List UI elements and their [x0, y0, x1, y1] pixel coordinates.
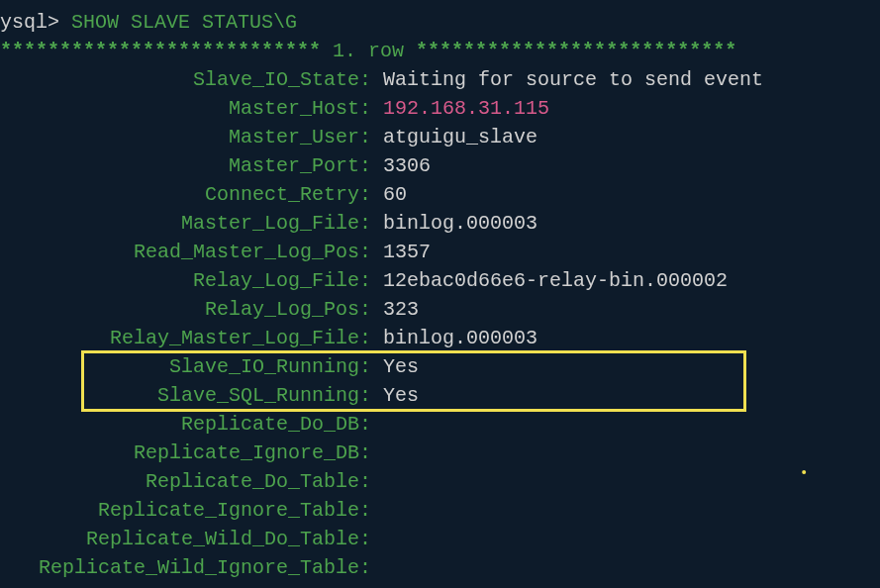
field-label: Slave_SQL_Running: [0, 381, 371, 410]
status-field-row: Slave_SQL_Running: Yes [0, 381, 880, 410]
field-label: Master_Port: [0, 151, 371, 180]
field-label: Replicate_Ignore_Table: [0, 496, 371, 525]
field-value: 1357 [383, 241, 431, 263]
status-field-row: Read_Master_Log_Pos: 1357 [0, 238, 880, 266]
field-value: binlog.000003 [383, 212, 538, 235]
highlight-wrapper: Slave_IO_Running: YesSlave_SQL_Running: … [0, 352, 880, 410]
field-label: Master_Log_File: [0, 209, 371, 238]
field-label: Replicate_Do_Table: [0, 467, 371, 496]
field-label: Master_Host: [0, 94, 371, 123]
status-field-row: Relay_Log_File: 12ebac0d66e6-relay-bin.0… [0, 266, 880, 295]
status-field-row: Master_Log_File: binlog.000003 [0, 209, 880, 238]
status-field-row: Replicate_Do_Table: [0, 467, 880, 496]
field-label: Read_Master_Log_Pos: [0, 238, 371, 266]
field-label: Replicate_Do_DB: [0, 410, 371, 439]
field-value: Yes [383, 355, 419, 378]
status-field-row: Replicate_Wild_Do_Table: [0, 525, 880, 553]
status-field-row: Master_User: atguigu_slave [0, 123, 880, 151]
prompt-line: ysql> SHOW SLAVE STATUS\G [0, 8, 880, 37]
status-field-row: Relay_Log_Pos: 323 [0, 295, 880, 324]
sql-command: SHOW SLAVE STATUS\G [71, 11, 297, 34]
field-label: Relay_Log_File: [0, 266, 371, 295]
field-label: Replicate_Wild_Ignore_Table: [0, 553, 371, 582]
cursor-indicator: • [800, 463, 808, 483]
row-separator: *************************** 1. row *****… [0, 37, 880, 65]
field-value: 192.168.31.115 [383, 97, 549, 120]
status-field-row: Master_Port: 3306 [0, 151, 880, 180]
field-label: Slave_IO_State: [0, 65, 371, 94]
field-value: Yes [383, 384, 419, 407]
status-field-row: Connect_Retry: 60 [0, 180, 880, 209]
status-field-row: Replicate_Ignore_DB: [0, 439, 880, 467]
status-field-row: Replicate_Ignore_Table: [0, 496, 880, 525]
field-value: 323 [383, 298, 419, 321]
field-label: Connect_Retry: [0, 180, 371, 209]
mysql-prompt: ysql> [0, 11, 71, 34]
status-field-row: Replicate_Do_DB: [0, 410, 880, 439]
status-field-row: Replicate_Wild_Ignore_Table: [0, 553, 880, 582]
field-value: 12ebac0d66e6-relay-bin.000002 [383, 269, 728, 292]
status-field-row: Master_Host: 192.168.31.115 [0, 94, 880, 123]
status-field-row: Slave_IO_State: Waiting for source to se… [0, 65, 880, 94]
field-value: atguigu_slave [383, 126, 538, 148]
field-value: Waiting for source to send event [383, 68, 763, 91]
field-label: Relay_Master_Log_File: [0, 324, 371, 352]
field-value: 60 [383, 183, 407, 206]
field-label: Master_User: [0, 123, 371, 151]
field-label: Slave_IO_Running: [0, 352, 371, 381]
field-value: 3306 [383, 154, 431, 177]
status-field-row: Relay_Master_Log_File: binlog.000003 [0, 324, 880, 352]
fields-container: Slave_IO_State: Waiting for source to se… [0, 65, 880, 582]
field-value: binlog.000003 [383, 327, 538, 349]
status-field-row: Slave_IO_Running: Yes [0, 352, 880, 381]
field-label: Replicate_Wild_Do_Table: [0, 525, 371, 553]
field-label: Replicate_Ignore_DB: [0, 439, 371, 467]
field-label: Relay_Log_Pos: [0, 295, 371, 324]
